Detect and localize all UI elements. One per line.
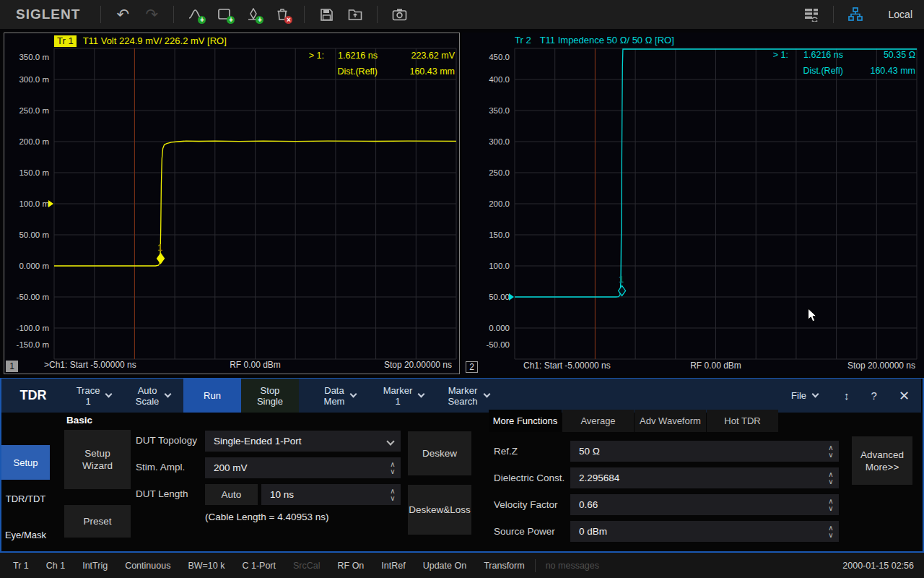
setup-sidebar: Setup TDR/TDT Eye/Mask <box>1 413 64 551</box>
channel-info-2: 2 Ch1: Start -5.00000 ns RF 0.00 dBm Sto… <box>462 361 924 373</box>
cable-length-note: (Cable Length = 4.40953 ns) <box>205 512 329 522</box>
stop-single-button[interactable]: StopSingle <box>241 379 299 413</box>
dielectric-const-input[interactable]: 2.295684 ∧∨ <box>570 467 839 488</box>
svg-text:250.0 m: 250.0 m <box>19 106 49 115</box>
marker-diamond[interactable] <box>619 285 626 296</box>
run-button[interactable]: Run <box>183 379 241 413</box>
stim-ampl-input[interactable]: 200 mV ∧∨ <box>205 457 401 478</box>
graph-window-1: 350.0 m300.0 m250.0 m200.0 m150.0 m100.0… <box>4 33 460 374</box>
window-layout-icon[interactable] <box>797 1 826 27</box>
svg-text:0.000 m: 0.000 m <box>19 262 49 270</box>
resize-panel-icon[interactable]: ↕ <box>844 389 850 402</box>
spin-up-button[interactable]: ∧ <box>826 471 836 478</box>
redo-icon[interactable]: ↷ <box>137 1 166 27</box>
dut-length-input[interactable]: 10 ns ∧∨ <box>261 484 401 505</box>
dut-topology-label: DUT Topology <box>136 435 197 446</box>
spin-up-button[interactable]: ∧ <box>826 444 836 452</box>
undo-icon[interactable]: ↶ <box>108 1 137 27</box>
chevron-down-icon <box>105 391 113 398</box>
menu-data-mem[interactable]: DataMem <box>308 379 372 413</box>
svg-text:350.0 m: 350.0 m <box>19 53 49 61</box>
chevron-down-icon <box>386 437 394 445</box>
status-item: BW=10 k <box>188 561 225 571</box>
window-2-badge[interactable]: 2 <box>466 361 478 373</box>
tdr-menubar: TDR Trace1 AutoScale Run StopSingle Data… <box>1 379 921 413</box>
screenshot-icon[interactable] <box>385 1 414 27</box>
svg-text:100.0: 100.0 <box>489 262 510 270</box>
marker-diamond[interactable] <box>157 254 165 264</box>
close-panel-icon[interactable]: ✕ <box>899 388 910 404</box>
ref-level-arrow-icon[interactable] <box>48 200 53 207</box>
status-item: SrcCal <box>293 561 321 571</box>
ref-level-arrow-icon[interactable] <box>509 293 514 301</box>
spin-up-button[interactable]: ∧ <box>826 498 836 505</box>
source-power-input[interactable]: 0 dBm ∧∨ <box>570 521 839 542</box>
trace2-badge[interactable]: Tr 2 <box>515 35 531 46</box>
preset-button[interactable]: Preset <box>64 505 131 538</box>
trace1-badge[interactable]: Tr 1 <box>54 35 77 47</box>
stim-ampl-label: Stim. Ampl. <box>136 462 185 473</box>
svg-text:50.00 m: 50.00 m <box>19 230 49 239</box>
dut-length-auto-button[interactable]: Auto <box>205 484 258 505</box>
spin-down-button[interactable]: ∨ <box>826 505 836 512</box>
spin-down-button[interactable]: ∨ <box>826 478 836 486</box>
marker-number-label: 1 <box>157 243 162 253</box>
lan-network-icon[interactable] <box>841 1 870 27</box>
menu-file[interactable]: File <box>787 390 822 401</box>
deskew-button[interactable]: Deskew <box>408 431 471 475</box>
menu-auto-scale[interactable]: AutoScale <box>123 379 183 413</box>
add-trace-icon[interactable]: + <box>181 1 210 27</box>
menu-marker-search[interactable]: MarkerSearch <box>435 379 502 413</box>
dut-topology-select[interactable]: Single-Ended 1-Port <box>205 431 401 452</box>
channel-info-1: 1 >Ch1: Start -5.00000 ns RF 0.00 dBm St… <box>4 360 459 372</box>
window-1-badge[interactable]: 1 <box>6 361 18 372</box>
add-window-icon[interactable]: + <box>210 1 239 27</box>
status-item: IntTrig <box>82 561 108 571</box>
svg-text:-150.0 m: -150.0 m <box>17 340 49 349</box>
svg-text:100.0 m: 100.0 m <box>19 199 49 208</box>
delete-trace-icon[interactable]: × <box>268 1 297 27</box>
tab-adv-waveform[interactable]: Adv Waveform <box>635 410 706 432</box>
advanced-more-button[interactable]: AdvancedMore>> <box>852 436 912 485</box>
tdr-control-panel: TDR Trace1 AutoScale Run StopSingle Data… <box>0 378 924 553</box>
tdr-impedance-plot[interactable]: 450.0400.0350.0300.0250.0200.0150.0100.0… <box>462 33 924 374</box>
status-item: Continuous <box>125 561 170 571</box>
ref-z-input[interactable]: 50 Ω ∧∨ <box>570 441 839 462</box>
spin-down-button[interactable]: ∨ <box>388 495 398 502</box>
trace1-title: Tr 1 T11 Volt 224.9 mV/ 226.2 mV [RO] <box>54 35 227 47</box>
spin-up-button[interactable]: ∧ <box>826 525 836 532</box>
spin-down-button[interactable]: ∨ <box>826 532 836 539</box>
toolbar-divider <box>173 6 174 23</box>
status-items: Tr 1Ch 1IntTrigContinuousBW=10 kC 1-Port… <box>13 561 525 571</box>
setup-wizard-button[interactable]: SetupWizard <box>64 430 131 489</box>
spin-up-button[interactable]: ∧ <box>388 461 398 468</box>
sidebar-item-tdr-tdt[interactable]: TDR/TDT <box>1 481 50 516</box>
tdr-volt-plot[interactable]: 350.0 m300.0 m250.0 m200.0 m150.0 m100.0… <box>4 33 459 374</box>
menu-marker-1[interactable]: Marker1 <box>372 379 435 413</box>
deskew-loss-button[interactable]: Deskew&Loss <box>408 485 471 535</box>
sidebar-item-setup[interactable]: Setup <box>1 445 50 480</box>
help-icon[interactable]: ? <box>871 389 877 402</box>
spin-down-button[interactable]: ∨ <box>826 452 836 459</box>
dut-length-label: DUT Length <box>136 488 188 499</box>
velocity-factor-input[interactable]: 0.66 ∧∨ <box>570 494 839 515</box>
svg-text:300.0 m: 300.0 m <box>19 75 49 84</box>
menu-trace[interactable]: Trace1 <box>65 379 123 413</box>
save-file-icon[interactable] <box>312 1 341 27</box>
svg-text:-100.0 m: -100.0 m <box>17 324 49 332</box>
status-item: IntRef <box>381 561 405 571</box>
trace2-params: T11 Impedence 50 Ω/ 50 Ω [RO] <box>540 35 674 46</box>
tab-more-functions[interactable]: More Functions <box>489 410 562 432</box>
marker-number-label: 1 <box>619 275 624 285</box>
sweep-stop-2: Stop 20.00000 ns <box>847 361 915 371</box>
svg-text:450.0: 450.0 <box>489 53 510 61</box>
tab-average[interactable]: Average <box>562 410 634 432</box>
open-file-icon[interactable] <box>341 1 370 27</box>
spin-up-button[interactable]: ∧ <box>388 488 398 495</box>
status-item: Transform <box>484 561 525 571</box>
tab-hot-tdr[interactable]: Hot TDR <box>707 410 778 432</box>
svg-text:150.0: 150.0 <box>489 230 510 239</box>
add-marker-icon[interactable]: + <box>239 1 268 27</box>
sidebar-item-eye-mask[interactable]: Eye/Mask <box>1 517 50 552</box>
spin-down-button[interactable]: ∨ <box>388 468 398 475</box>
